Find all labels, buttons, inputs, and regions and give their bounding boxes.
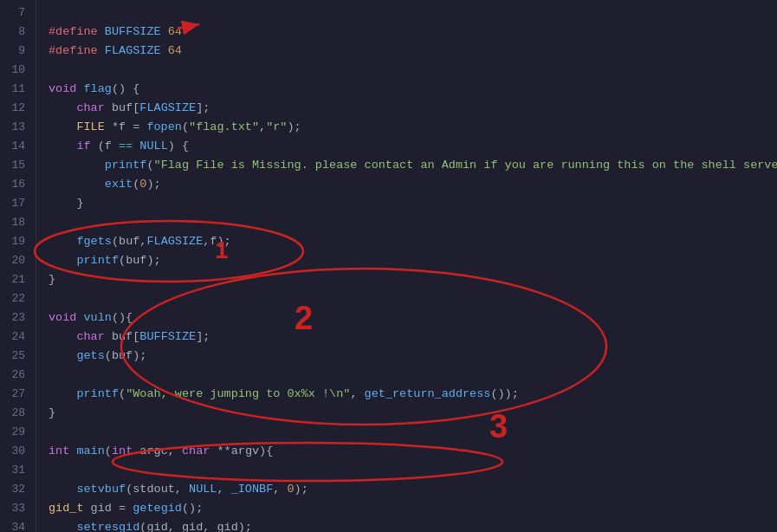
code-line-34: setresgid(gid, gid, gid); bbox=[49, 518, 777, 532]
code-line-30: int main(int argc, char **argv){ bbox=[49, 442, 777, 461]
code-line-25: gets(buf); bbox=[49, 347, 777, 366]
code-line-9: #define FLAGSIZE 64 bbox=[49, 42, 777, 61]
code-line-23: void vuln(){ bbox=[49, 308, 777, 328]
code-line-32: setvbuf(stdout, NULL, _IONBF, 0); bbox=[49, 480, 777, 499]
code-line-29 bbox=[49, 423, 777, 442]
code-line-17: } bbox=[49, 194, 777, 213]
code-line-7 bbox=[49, 3, 777, 23]
code-line-8: #define BUFFSIZE 64 bbox=[49, 23, 777, 42]
code-line-10 bbox=[49, 61, 777, 80]
code-line-22 bbox=[49, 289, 777, 308]
code-line-18 bbox=[49, 213, 777, 232]
code-line-11: void flag() { bbox=[49, 80, 777, 99]
code-line-15: printf("Flag File is Missing. please con… bbox=[49, 156, 777, 175]
code-line-12: char buf[FLAGSIZE]; bbox=[49, 99, 777, 118]
code-line-33: gid_t gid = getegid(); bbox=[49, 499, 777, 518]
code-editor: 7 8 9 10 11 12 13 14 15 16 17 18 19 20 2… bbox=[0, 0, 777, 532]
code-line-28: } bbox=[49, 404, 777, 423]
code-line-24: char buf[BUFFSIZE]; bbox=[49, 328, 777, 347]
line-numbers: 7 8 9 10 11 12 13 14 15 16 17 18 19 20 2… bbox=[0, 0, 36, 532]
code-line-31 bbox=[49, 461, 777, 480]
code-line-20: printf(buf); bbox=[49, 251, 777, 270]
code-line-13: FILE *f = fopen("flag.txt","r"); bbox=[49, 118, 777, 137]
code-line-26 bbox=[49, 366, 777, 385]
code-line-27: printf("Woah, were jumping to 0x%x !\n",… bbox=[49, 385, 777, 404]
code-line-14: if (f == NULL) { bbox=[49, 137, 777, 156]
code-area: #define BUFFSIZE 64 #define FLAGSIZE 64 … bbox=[36, 0, 777, 532]
code-line-21: } bbox=[49, 270, 777, 289]
code-line-19: fgets(buf,FLAGSIZE,f); bbox=[49, 232, 777, 251]
code-line-16: exit(0); bbox=[49, 175, 777, 194]
